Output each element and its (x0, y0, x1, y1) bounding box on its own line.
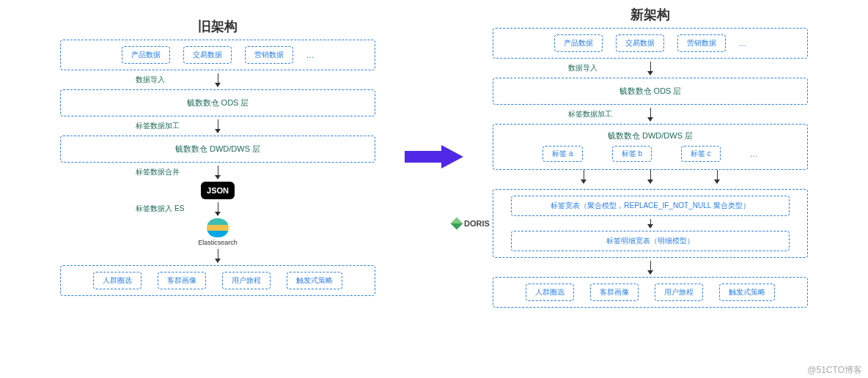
tag-ellipsis: … (750, 149, 758, 158)
arrows-tags-to-doris (493, 170, 808, 189)
doris-group: 标签宽表（聚合模型，REPLACE_IF_NOT_NULL 聚合类型） 标签明细… (493, 189, 808, 258)
source-marketing: 营销数据 (677, 34, 726, 52)
arrow-down-icon (650, 62, 651, 75)
arrow-to-outputs (493, 258, 808, 277)
source-product: 产品数据 (554, 34, 603, 52)
arrow-to-outputs (60, 246, 375, 265)
tag-b: 标签 b (612, 146, 652, 162)
source-marketing: 营销数据 (245, 46, 293, 64)
transition-arrow-icon (405, 142, 463, 171)
arrow-down-icon (218, 202, 218, 215)
arrow-down-icon (584, 170, 584, 183)
doris-icon (451, 218, 463, 230)
label-tagproc: 标签数据加工 (136, 121, 180, 131)
arrow-down-icon (218, 119, 218, 133)
arrow-merge: 标签数据合并 (60, 163, 375, 182)
new-architecture-panel: 新架构 产品数据 交易数据 营销数据 … 数据导入 毓数数仓 ODS 层 标签数… (493, 6, 808, 308)
es-label: Elasticsearch (198, 239, 238, 246)
arrow-tagproc: 标签数据加工 (60, 116, 375, 136)
ods-layer: 毓数数仓 ODS 层 (493, 78, 808, 105)
label-merge: 标签数据合并 (136, 167, 180, 177)
source-trade: 交易数据 (183, 46, 232, 64)
label-import: 数据导入 (136, 75, 165, 85)
tag-a: 标签 a (542, 146, 582, 162)
arrow-to-es: 标签数据入 ES (60, 199, 375, 218)
arrow-down-icon (717, 170, 718, 183)
arrow-import: 数据导入 (493, 59, 808, 78)
label-to-es: 标签数据入 ES (136, 204, 184, 214)
elasticsearch-icon: Elasticsearch (198, 218, 238, 246)
output-portrait: 客群画像 (158, 272, 206, 289)
arrow-down-icon (650, 219, 651, 228)
output-crowd: 人群圈选 (526, 284, 574, 301)
arrow-down-icon (650, 170, 651, 183)
label-tagproc: 标签数据加工 (568, 109, 612, 119)
source-ellipsis: … (306, 51, 315, 59)
source-ellipsis: … (739, 39, 747, 48)
arrow-tagproc: 标签数据加工 (493, 105, 808, 124)
dwd-layer-with-tags: 毓数数仓 DWD/DWS 层 标签 a 标签 b 标签 c … (493, 124, 808, 170)
ods-layer: 毓数数仓 ODS 层 (60, 89, 375, 116)
doris-name: DORIS (464, 219, 490, 228)
output-journey: 用户旅程 (222, 272, 271, 289)
source-product: 产品数据 (122, 46, 170, 64)
doris-wide-table: 标签宽表（聚合模型，REPLACE_IF_NOT_NULL 聚合类型） (511, 196, 789, 216)
arrow-down-icon (650, 108, 651, 121)
arrow-import: 数据导入 (60, 70, 375, 89)
watermark: @51CTO博客 (807, 364, 862, 377)
tag-c: 标签 c (681, 146, 721, 162)
label-import: 数据导入 (568, 63, 597, 73)
source-trade: 交易数据 (616, 34, 664, 52)
svg-marker-0 (405, 145, 463, 168)
arrow-down-icon (650, 261, 651, 274)
output-journey: 用户旅程 (655, 284, 703, 301)
panel-title-old: 旧架构 (198, 18, 238, 35)
sources-group: 产品数据 交易数据 营销数据 … (60, 40, 375, 70)
doris-detail-table: 标签明细宽表（明细模型） (511, 231, 789, 251)
output-crowd: 人群圈选 (93, 272, 141, 289)
sources-group: 产品数据 交易数据 营销数据 … (493, 28, 808, 59)
output-portrait: 客群画像 (590, 284, 639, 301)
output-trigger: 触发式策略 (287, 272, 342, 289)
arrow-down-icon (218, 166, 218, 179)
arrow-down-icon (218, 249, 218, 262)
doris-logo: DORIS (452, 219, 490, 228)
outputs-group: 人群圈选 客群画像 用户旅程 触发式策略 (493, 277, 808, 308)
arrow-down-icon (218, 73, 218, 86)
outputs-group: 人群圈选 客群画像 用户旅程 触发式策略 (60, 265, 375, 296)
dwd-label: 毓数数仓 DWD/DWS 层 (608, 130, 693, 141)
output-trigger: 触发式策略 (719, 284, 775, 301)
dwd-layer: 毓数数仓 DWD/DWS 层 (60, 136, 375, 163)
json-badge: JSON (201, 182, 235, 199)
old-architecture-panel: 旧架构 产品数据 交易数据 营销数据 … 数据导入 毓数数仓 ODS 层 标签数… (60, 18, 375, 296)
panel-title-new: 新架构 (630, 6, 670, 23)
